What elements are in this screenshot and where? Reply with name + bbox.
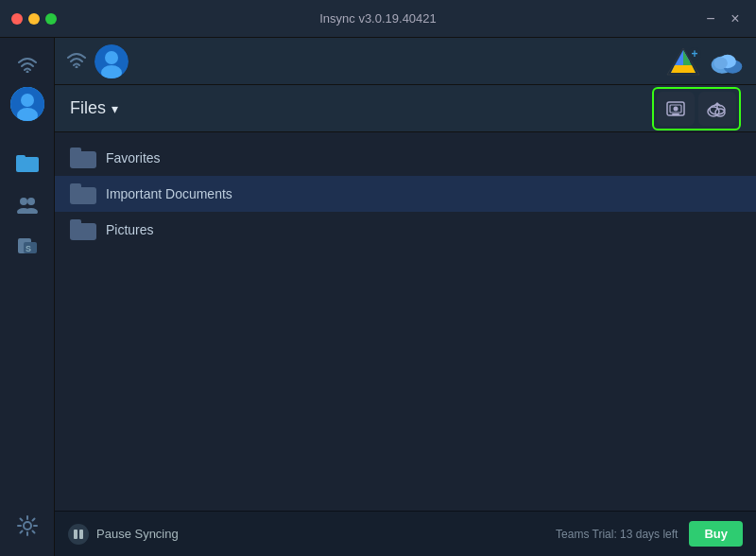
sidebar-item-team[interactable] — [9, 185, 46, 223]
svg-point-13 — [24, 522, 31, 530]
avatar-image — [10, 87, 44, 121]
list-item[interactable]: Pictures — [55, 212, 756, 248]
svg-point-2 — [21, 94, 34, 107]
svg-text:S: S — [26, 244, 31, 253]
cloud-services-bar: + — [665, 45, 745, 78]
svg-rect-5 — [16, 155, 26, 160]
svg-point-6 — [20, 198, 27, 205]
close-button[interactable] — [11, 13, 23, 25]
pause-label: Pause Syncing — [96, 527, 179, 541]
trial-text: Teams Trial: 13 days left — [556, 528, 678, 541]
svg-point-27 — [713, 57, 727, 69]
window-controls[interactable] — [11, 13, 57, 25]
svg-marker-21 — [671, 65, 696, 73]
svg-point-16 — [105, 51, 118, 64]
status-bar-right: Teams Trial: 13 days left Buy — [556, 521, 743, 547]
window-right-controls[interactable]: − × — [701, 10, 745, 27]
app-body: S — [0, 38, 756, 556]
files-header-actions — [652, 87, 741, 130]
svg-point-30 — [674, 106, 679, 111]
cloud-upload-button[interactable] — [698, 92, 736, 126]
user-avatar[interactable] — [10, 87, 44, 121]
files-header: Files ▾ — [55, 85, 756, 132]
top-wifi-icon[interactable] — [66, 51, 87, 72]
svg-rect-35 — [74, 530, 77, 539]
sidebar-item-files[interactable] — [9, 144, 46, 182]
sidebar-left: S — [0, 38, 55, 556]
sidebar-item-settings[interactable] — [9, 507, 46, 545]
files-title-dropdown[interactable]: Files ▾ — [70, 98, 118, 118]
title-bar: Insync v3.0.19.40421 − × — [0, 0, 756, 38]
svg-point-0 — [26, 71, 28, 74]
minimize-button[interactable] — [28, 13, 40, 25]
dropdown-arrow-icon: ▾ — [112, 101, 118, 116]
minimize-icon[interactable]: − — [701, 10, 720, 27]
top-account-avatar[interactable] — [94, 44, 129, 78]
action-buttons-group — [652, 87, 741, 130]
backup-button[interactable] — [657, 92, 695, 126]
pause-icon — [68, 524, 89, 545]
maximize-button[interactable] — [45, 13, 57, 25]
list-item[interactable]: Important Documents — [55, 176, 756, 212]
buy-button[interactable]: Buy — [689, 521, 743, 547]
files-label: Files — [70, 98, 106, 118]
svg-rect-31 — [672, 113, 679, 115]
file-name: Important Documents — [106, 186, 232, 201]
wifi-icon[interactable] — [9, 45, 46, 83]
folder-icon — [70, 148, 96, 168]
svg-text:+: + — [691, 47, 697, 61]
folder-icon — [70, 219, 96, 240]
sidebar-item-sharepoint[interactable]: S — [9, 227, 46, 265]
pause-syncing-button[interactable]: Pause Syncing — [68, 524, 179, 545]
svg-rect-36 — [79, 530, 83, 539]
svg-point-7 — [27, 198, 35, 205]
status-bar: Pause Syncing Teams Trial: 13 days left … — [55, 511, 756, 556]
close-icon[interactable]: × — [726, 10, 745, 27]
top-bar: + — [55, 38, 756, 85]
onedrive-icon[interactable] — [709, 45, 745, 78]
folder-icon — [70, 183, 96, 204]
file-name: Favorites — [106, 150, 161, 165]
google-drive-icon[interactable]: + — [665, 45, 701, 78]
main-content: + Files ▾ — [55, 38, 756, 556]
file-name: Pictures — [106, 222, 154, 237]
window-title: Insync v3.0.19.40421 — [319, 11, 437, 26]
list-item[interactable]: Favorites — [55, 140, 756, 176]
file-list: Favorites Important Documents Pictures — [55, 132, 756, 511]
svg-point-14 — [76, 65, 78, 68]
